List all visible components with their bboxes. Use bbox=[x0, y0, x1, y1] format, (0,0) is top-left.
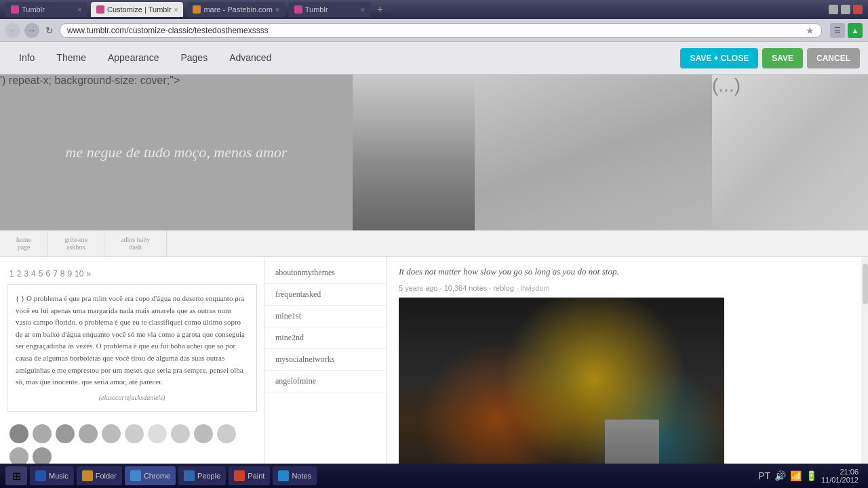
music-app-icon bbox=[35, 470, 46, 481]
save-close-button[interactable]: SAVE + CLOSE bbox=[680, 48, 758, 68]
taskbar-app-chrome[interactable]: Chrome bbox=[125, 466, 176, 485]
circle-5[interactable] bbox=[102, 424, 121, 443]
page-7[interactable]: 7 bbox=[53, 269, 58, 279]
link-angelofmine[interactable]: angelofmine bbox=[264, 371, 386, 392]
time-display: 21:06 bbox=[821, 468, 859, 476]
tab-tumblr-1[interactable]: Tumblr × bbox=[5, 2, 87, 17]
page-next[interactable]: » bbox=[87, 269, 92, 279]
taskbar-app-folder[interactable]: Folder bbox=[77, 466, 122, 485]
scrollbar-thumb[interactable] bbox=[863, 264, 868, 304]
tab-label-paste: mare - Pastebin.com bbox=[203, 5, 272, 14]
toolbar-menu-icon[interactable]: ☰ bbox=[830, 23, 845, 38]
nav-appearance-label: Appearance bbox=[108, 52, 159, 63]
tab-close[interactable]: × bbox=[77, 6, 81, 14]
circle-6[interactable] bbox=[125, 424, 144, 443]
taskbar-app-people[interactable]: People bbox=[178, 466, 226, 485]
page-4[interactable]: 4 bbox=[31, 269, 36, 279]
address-bar[interactable]: www.tumblr.com/customize-classic/testedo… bbox=[60, 23, 822, 38]
maximize-button[interactable] bbox=[841, 5, 850, 14]
post1-tag: · #wisdom bbox=[516, 284, 550, 292]
toolbar-chart-icon[interactable]: ▲ bbox=[848, 23, 863, 38]
nav-pages[interactable]: Pages bbox=[170, 42, 218, 75]
page-6[interactable]: 6 bbox=[45, 269, 50, 279]
start-button[interactable]: ⊞ bbox=[5, 466, 27, 485]
link-mine2nd[interactable]: mine2nd bbox=[264, 327, 386, 349]
circle-9[interactable] bbox=[194, 424, 213, 443]
nav-appearance[interactable]: Appearance bbox=[97, 42, 170, 75]
nav-adios-sub: dash bbox=[121, 243, 150, 251]
blog-header: ') repeat-x; background-size: cover;"> m… bbox=[0, 75, 868, 230]
tab-customize[interactable]: Customize | Tumblr × bbox=[91, 2, 183, 17]
tab-close-paste[interactable]: × bbox=[275, 6, 279, 14]
tab-tumblr-2[interactable]: Tumblr × bbox=[289, 2, 370, 17]
page-8[interactable]: 8 bbox=[60, 269, 65, 279]
back-button[interactable]: ← bbox=[5, 23, 20, 38]
bookmark-icon[interactable]: ★ bbox=[806, 25, 814, 36]
notes-app-label: Notes bbox=[292, 472, 311, 480]
save-button[interactable]: SAVE bbox=[762, 48, 803, 68]
nav-home[interactable]: home page bbox=[0, 230, 48, 256]
quote-source: (elasocurtejacksdaniels) bbox=[16, 392, 248, 403]
page-1[interactable]: 1 bbox=[9, 269, 14, 279]
paint-app-icon bbox=[234, 470, 245, 481]
nav-info[interactable]: Info bbox=[8, 42, 45, 75]
close-button[interactable] bbox=[853, 5, 863, 14]
page-2[interactable]: 2 bbox=[17, 269, 22, 279]
nav-grite-label: grite-me bbox=[64, 236, 87, 243]
circle-3[interactable] bbox=[56, 424, 75, 443]
tab-favicon-t2 bbox=[294, 5, 302, 14]
folder-app-label: Folder bbox=[96, 472, 117, 480]
url-text: www.tumblr.com/customize-classic/testedo… bbox=[67, 26, 269, 35]
tab-pastebin[interactable]: mare - Pastebin.com × bbox=[187, 2, 284, 17]
forward-button[interactable]: → bbox=[24, 23, 39, 38]
taskbar-app-paint[interactable]: Paint bbox=[229, 466, 270, 485]
left-sidebar: 1 2 3 4 5 6 7 8 9 10 » { } O problema é … bbox=[0, 257, 264, 486]
circle-2[interactable] bbox=[33, 424, 52, 443]
speaker-icon[interactable]: 🔊 bbox=[774, 470, 786, 481]
page-10[interactable]: 10 bbox=[75, 269, 83, 279]
cancel-button[interactable]: CANCEL bbox=[807, 48, 860, 68]
header-title-overlay: me negue de tudo moço, menos amor bbox=[0, 75, 353, 230]
tab-close-t2[interactable]: × bbox=[361, 6, 365, 14]
network-icon[interactable]: 📶 bbox=[790, 470, 802, 481]
nav-adios[interactable]: adios baby dash bbox=[104, 230, 167, 256]
tray-lang: PT bbox=[758, 470, 770, 481]
tab-favicon-paste bbox=[193, 5, 201, 14]
link-frequentasked[interactable]: frequentasked bbox=[264, 284, 386, 306]
page-3[interactable]: 3 bbox=[24, 269, 28, 279]
link-mine1st[interactable]: mine1st bbox=[264, 306, 386, 327]
circle-10[interactable] bbox=[217, 424, 236, 443]
links-sidebar: aboutonmythemes frequentasked mine1st mi… bbox=[264, 257, 387, 486]
minimize-button[interactable] bbox=[829, 5, 838, 14]
circle-8[interactable] bbox=[171, 424, 190, 443]
taskbar-tray: PT 🔊 📶 🔋 21:06 11/01/2012 bbox=[754, 468, 863, 484]
tray-time: 21:06 11/01/2012 bbox=[821, 468, 859, 484]
scrollbar-track[interactable] bbox=[861, 257, 868, 486]
chrome-app-icon bbox=[130, 470, 141, 481]
nav-grite[interactable]: grite-me askbox bbox=[48, 230, 104, 256]
refresh-button[interactable]: ↻ bbox=[43, 24, 56, 37]
post1-meta-text: 5 years ago · 10,364 notes · reblog bbox=[399, 284, 514, 292]
circle-7[interactable] bbox=[148, 424, 167, 443]
tab-close-active[interactable]: × bbox=[174, 6, 178, 14]
battery-icon[interactable]: 🔋 bbox=[806, 470, 817, 481]
circle-1[interactable] bbox=[9, 424, 28, 443]
content-wrapper: 1 2 3 4 5 6 7 8 9 10 » { } O problema é … bbox=[0, 257, 868, 486]
link-mysocialnetworks[interactable]: mysocialnetworks bbox=[264, 349, 386, 371]
new-tab-button[interactable]: + bbox=[377, 3, 383, 16]
browser-titlebar: Tumblr × Customize | Tumblr × mare - Pas… bbox=[0, 0, 868, 19]
nav-grite-sub: askbox bbox=[64, 243, 87, 251]
taskbar-app-music[interactable]: Music bbox=[30, 466, 74, 485]
browser-toolbar: ← → ↻ www.tumblr.com/customize-classic/t… bbox=[0, 19, 868, 42]
circle-4[interactable] bbox=[79, 424, 98, 443]
page-9[interactable]: 9 bbox=[68, 269, 73, 279]
nav-theme[interactable]: Theme bbox=[45, 42, 97, 75]
nav-pages-label: Pages bbox=[180, 52, 208, 63]
taskbar-app-notes[interactable]: Notes bbox=[273, 466, 317, 485]
nav-home-sub: page bbox=[16, 243, 31, 251]
tab-favicon-active bbox=[96, 5, 104, 14]
nav-advanced[interactable]: Advanced bbox=[218, 42, 282, 75]
link-aboutonmythemes[interactable]: aboutonmythemes bbox=[264, 262, 386, 284]
customize-bar: Info Theme Appearance Pages Advanced SAV… bbox=[0, 42, 868, 75]
page-5[interactable]: 5 bbox=[39, 269, 43, 279]
